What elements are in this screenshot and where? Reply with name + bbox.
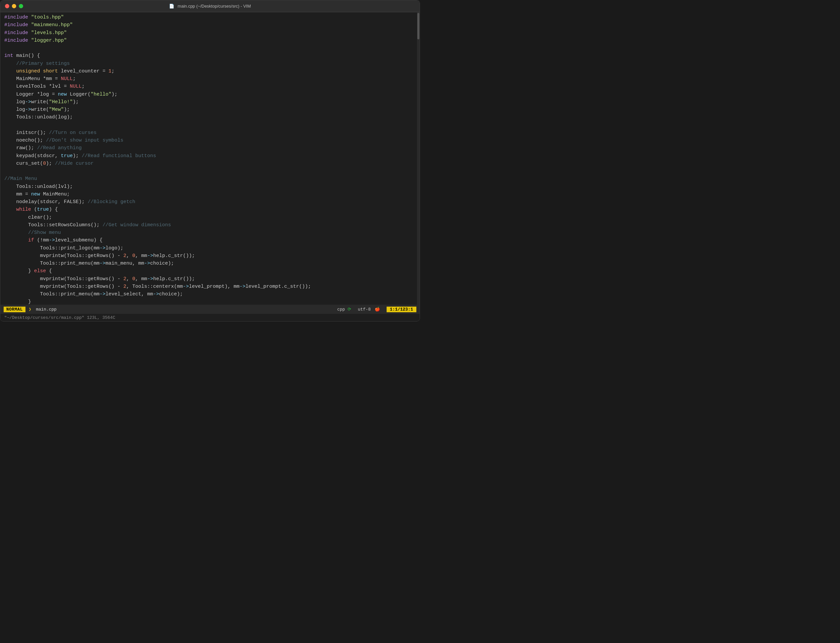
traffic-lights bbox=[5, 4, 23, 8]
code-line: Tools::print_menu(mm->main_menu, mm->cho… bbox=[0, 259, 417, 267]
code-line: #include "tools.hpp" bbox=[0, 13, 417, 21]
maximize-button[interactable] bbox=[19, 4, 23, 8]
code-line bbox=[0, 167, 417, 175]
code-line: mvprintw(Tools::getRows() - 2, 0, mm->he… bbox=[0, 252, 417, 259]
code-line: #include "levels.hpp" bbox=[0, 29, 417, 37]
code-line: nodelay(stdscr, FALSE); //Blocking getch bbox=[0, 198, 417, 206]
code-line: int main() { bbox=[0, 52, 417, 60]
code-line: Tools::print_logo(mm->logo); bbox=[0, 245, 417, 252]
code-line: Tools::print_menu(mm->level_select, mm->… bbox=[0, 290, 417, 298]
code-line: mvprintw(Tools::getRows() - 2, Tools::ce… bbox=[0, 283, 417, 290]
code-line: } else { bbox=[0, 267, 417, 275]
info-bar: "~/Desktop/curses/src/main.cpp" 123L, 35… bbox=[0, 314, 420, 321]
code-line: curs_set(0); //Hide cursor bbox=[0, 160, 417, 167]
file-icon: 📄 bbox=[169, 4, 174, 8]
filetype-indicator: cpp ⟳ bbox=[337, 307, 351, 312]
code-line: keypad(stdscr, true); //Read functional … bbox=[0, 152, 417, 160]
code-line: //Show menu bbox=[0, 229, 417, 237]
code-line: LevelTools *lvl = NULL; bbox=[0, 83, 417, 90]
code-line: raw(); //Read anything bbox=[0, 144, 417, 152]
code-line: Tools::unload(log); bbox=[0, 113, 417, 121]
minimize-button[interactable] bbox=[12, 4, 16, 8]
code-line: unsigned short level_counter = 1; bbox=[0, 67, 417, 75]
close-button[interactable] bbox=[5, 4, 9, 8]
code-line: Logger *log = new Logger("hello"); bbox=[0, 91, 417, 98]
code-line: mvprintw(Tools::getRows() - 2, 0, mm->he… bbox=[0, 275, 417, 283]
code-line: clear(); bbox=[0, 214, 417, 221]
encoding-icon: 🍎 bbox=[375, 307, 380, 312]
code-line: initscr(); //Turn on curses bbox=[0, 129, 417, 137]
encoding-indicator: utf-8 🍎 bbox=[358, 307, 380, 312]
code-line: if (!mm->level_submenu) { bbox=[0, 237, 417, 244]
code-line: //Primary settings bbox=[0, 60, 417, 67]
code-line: noecho(); //Don't show input symbols bbox=[0, 137, 417, 144]
position-badge: 1:1/123:1 bbox=[387, 307, 416, 312]
status-right: cpp ⟳ utf-8 🍎 1:1/123:1 bbox=[337, 307, 416, 312]
code-line: Tools::setRowsColumns(); //Get window di… bbox=[0, 221, 417, 229]
code-line-while: while (true) { bbox=[0, 206, 417, 213]
code-line: MainMenu *mm = NULL; bbox=[0, 75, 417, 83]
file-info-text: "~/Desktop/curses/src/main.cpp" 123L, 35… bbox=[4, 315, 115, 320]
status-arrow: ❯ bbox=[29, 307, 31, 312]
code-line: } bbox=[0, 298, 417, 305]
scrollbar[interactable] bbox=[417, 12, 420, 305]
status-bar: NORMAL ❯ main.cpp cpp ⟳ utf-8 🍎 1:1/123:… bbox=[0, 305, 420, 314]
code-line: mm = new MainMenu; bbox=[0, 191, 417, 198]
status-filename: main.cpp bbox=[36, 307, 57, 312]
code-line: Tools::unload(lvl); bbox=[0, 183, 417, 191]
code-line: log->write("Mew"); bbox=[0, 106, 417, 113]
editor-container: #include "tools.hpp" #include "mainmenu.… bbox=[0, 12, 420, 305]
window-title: 📄 main.cpp (~/Desktop/curses/src) - VIM bbox=[169, 4, 251, 8]
code-area[interactable]: #include "tools.hpp" #include "mainmenu.… bbox=[0, 12, 417, 305]
code-line: #include "mainmenu.hpp" bbox=[0, 21, 417, 29]
code-line: //Main Menu bbox=[0, 175, 417, 183]
filetype-icon: ⟳ bbox=[347, 307, 351, 312]
scrollbar-thumb[interactable] bbox=[418, 13, 419, 39]
code-line bbox=[0, 121, 417, 129]
code-line: #include "logger.hpp" bbox=[0, 37, 417, 44]
mode-badge: NORMAL bbox=[4, 307, 26, 312]
code-line bbox=[0, 44, 417, 52]
title-bar: 📄 main.cpp (~/Desktop/curses/src) - VIM bbox=[0, 0, 420, 12]
code-line: log->write("Hello!"); bbox=[0, 98, 417, 106]
